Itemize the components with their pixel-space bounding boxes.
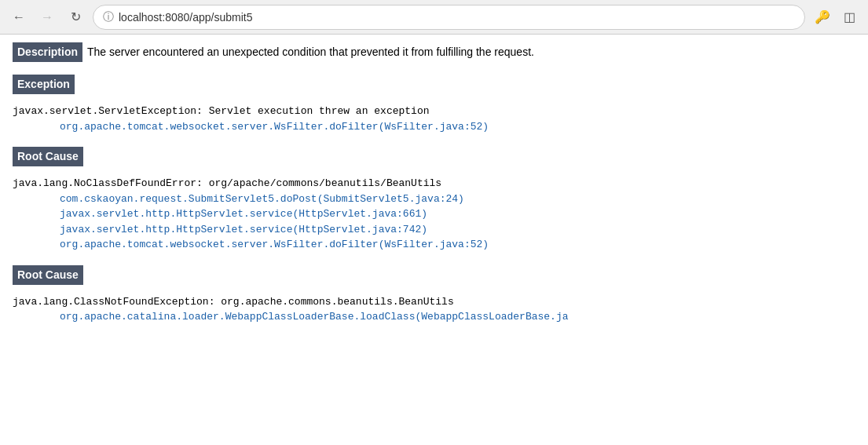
toolbar-icons: 🔑 ◫ bbox=[811, 6, 860, 28]
code-line: org.apache.tomcat.websocket.server.WsFil… bbox=[13, 119, 855, 135]
code-line: javax.servlet.http.HttpServlet.service(H… bbox=[13, 206, 855, 222]
root-cause-1-code: java.lang.NoClassDefFoundError: org/apac… bbox=[13, 176, 855, 253]
root-cause-2-label: Root Cause bbox=[13, 265, 83, 285]
reload-button[interactable]: ↻ bbox=[64, 6, 86, 28]
bookmark-icon[interactable]: 🔑 bbox=[811, 6, 833, 28]
back-button[interactable]: ← bbox=[8, 6, 30, 28]
root-cause-2-section: Root Cause java.lang.ClassNotFoundExcept… bbox=[13, 265, 855, 325]
code-line: java.lang.ClassNotFoundException: org.ap… bbox=[13, 294, 855, 310]
code-line: org.apache.tomcat.websocket.server.WsFil… bbox=[13, 237, 855, 253]
code-line: javax.servlet.ServletException: Servlet … bbox=[13, 104, 855, 119]
exception-code: javax.servlet.ServletException: Servlet … bbox=[13, 104, 855, 134]
info-icon: ⓘ bbox=[103, 10, 114, 24]
code-line: javax.servlet.http.HttpServlet.service(H… bbox=[13, 222, 855, 238]
root-cause-2-code: java.lang.ClassNotFoundException: org.ap… bbox=[13, 294, 855, 325]
code-line: com.cskaoyan.request.SubmitServlet5.doPo… bbox=[13, 191, 855, 207]
url-input[interactable] bbox=[119, 11, 795, 24]
exception-section: Exception javax.servlet.ServletException… bbox=[13, 75, 855, 134]
root-cause-1-label: Root Cause bbox=[13, 147, 83, 166]
code-line: org.apache.catalina.loader.WebappClassLo… bbox=[13, 309, 855, 325]
page-content: Description The server encountered an un… bbox=[0, 35, 868, 345]
extensions-icon[interactable]: ◫ bbox=[838, 6, 860, 28]
description-text: The server encountered an unexpected con… bbox=[87, 44, 534, 60]
description-section: Description The server encountered an un… bbox=[13, 42, 855, 65]
root-cause-1-section: Root Cause java.lang.NoClassDefFoundErro… bbox=[13, 147, 855, 253]
browser-chrome: ← → ↻ ⓘ 🔑 ◫ bbox=[0, 0, 868, 35]
code-line: java.lang.NoClassDefFoundError: org/apac… bbox=[13, 176, 855, 191]
address-bar[interactable]: ⓘ bbox=[93, 5, 805, 30]
exception-label: Exception bbox=[13, 75, 75, 94]
description-label: Description bbox=[13, 42, 82, 62]
forward-button[interactable]: → bbox=[36, 6, 58, 28]
